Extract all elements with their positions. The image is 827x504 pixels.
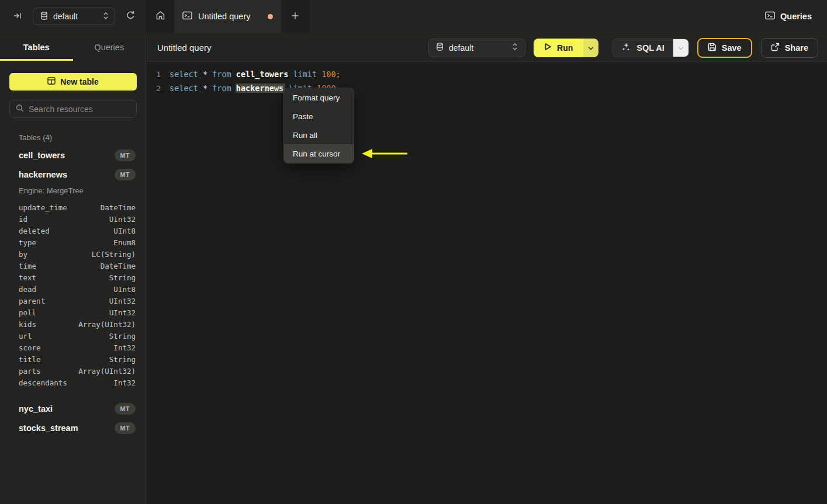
- sidebar: Tables Queries New table Tables (4) cell…: [0, 34, 146, 504]
- editor-context-menu: Format queryPasteRun allRun at cursor: [283, 88, 354, 164]
- column-name: score: [19, 343, 41, 352]
- column-name: poll: [19, 308, 36, 317]
- terminal-icon: [765, 11, 775, 22]
- home-button[interactable]: [146, 0, 174, 33]
- share-button[interactable]: Share: [761, 38, 818, 58]
- tab-strip: Untitled query: [146, 0, 309, 33]
- engine-badge: MT: [115, 169, 136, 180]
- column-name: descendants: [19, 378, 67, 387]
- chevron-updown-icon: [103, 12, 109, 22]
- column-type: Array(UInt32): [78, 367, 136, 376]
- save-button-label: Save: [722, 43, 742, 53]
- code-token: select: [169, 84, 198, 93]
- column-name: update_time: [19, 203, 67, 212]
- column-name: url: [19, 332, 32, 340]
- engine-badge: MT: [115, 422, 136, 434]
- query-database-value: default: [449, 43, 507, 53]
- column-row: kidsArray(UInt32): [0, 318, 146, 330]
- table-row-nyc_taxi[interactable]: nyc_taxiMT: [0, 399, 146, 418]
- database-icon: [40, 12, 48, 22]
- chevron-down-icon: [588, 43, 594, 52]
- engine-badge: MT: [115, 150, 136, 161]
- column-type: String: [109, 273, 136, 282]
- sidebar-tabs: Tables Queries: [0, 34, 146, 61]
- table-name: hackernews: [19, 170, 67, 179]
- line-number: 1: [147, 70, 161, 79]
- search-input[interactable]: [29, 105, 130, 114]
- column-row: deletedUInt8: [0, 225, 146, 237]
- sql-editor[interactable]: 1select * from cell_towers limit 100;2se…: [147, 62, 827, 95]
- column-name: id: [19, 215, 27, 224]
- sql-ai-button[interactable]: SQL AI: [613, 39, 673, 57]
- column-type: Int32: [113, 343, 136, 352]
- column-name: dead: [19, 285, 36, 294]
- column-type: String: [109, 355, 136, 364]
- table-row-hackernews[interactable]: hackernewsMT: [0, 165, 146, 184]
- tab-untitled-query[interactable]: Untitled query: [174, 0, 281, 33]
- column-name: type: [19, 238, 36, 247]
- refresh-button[interactable]: [123, 8, 138, 25]
- code-token: [207, 84, 212, 93]
- column-type: Int32: [113, 378, 136, 387]
- code-token: [198, 84, 203, 93]
- menu-item-run-at-cursor[interactable]: Run at cursor: [284, 144, 354, 163]
- column-type: UInt32: [109, 308, 136, 317]
- column-row: urlString: [0, 330, 146, 342]
- topbar-left: default: [0, 0, 146, 33]
- column-type: UInt32: [109, 297, 136, 305]
- column-name: parts: [19, 367, 41, 376]
- chevron-updown-icon: [512, 43, 518, 53]
- new-table-button[interactable]: New table: [9, 73, 137, 91]
- column-row: byLC(String): [0, 248, 146, 260]
- save-button[interactable]: Save: [697, 38, 752, 58]
- table-row-stocks_stream[interactable]: stocks_streamMT: [0, 418, 146, 437]
- query-title: Untitled query: [157, 43, 212, 53]
- run-split-button: Run: [534, 39, 598, 57]
- column-type: LC(String): [92, 250, 136, 259]
- new-table-label: New table: [60, 77, 98, 86]
- sidebar-collapse-button[interactable]: [11, 9, 25, 25]
- play-icon: [544, 43, 552, 53]
- sql-ai-options-button[interactable]: [673, 39, 688, 57]
- table-row-cell_towers[interactable]: cell_towersMT: [0, 145, 146, 165]
- run-options-button[interactable]: [583, 39, 598, 57]
- column-type: Enum8: [113, 238, 136, 247]
- code-token: 100;: [321, 69, 341, 79]
- code-line: 2select * from hackernews limit 1000: [147, 81, 827, 95]
- column-row: update_timeDateTime: [0, 201, 146, 213]
- column-row: scoreInt32: [0, 342, 146, 353]
- share-button-label: Share: [785, 43, 808, 53]
- table-name: cell_towers: [19, 151, 65, 160]
- run-button[interactable]: Run: [534, 39, 583, 57]
- column-name: title: [19, 355, 41, 364]
- sidebar-tab-tables[interactable]: Tables: [0, 34, 73, 61]
- refresh-icon: [126, 11, 136, 22]
- column-type: DateTime: [101, 262, 136, 270]
- query-database-select[interactable]: default: [428, 39, 525, 57]
- menu-item-paste[interactable]: Paste: [284, 107, 354, 126]
- topbar-database-select[interactable]: default: [33, 8, 115, 25]
- menu-item-run-all[interactable]: Run all: [284, 126, 354, 144]
- code-token: [198, 69, 203, 79]
- column-row: timeDateTime: [0, 260, 146, 272]
- top-bar: default: [0, 0, 827, 33]
- database-icon: [436, 43, 444, 53]
- column-row: textString: [0, 272, 146, 283]
- search-icon: [16, 104, 24, 114]
- home-icon: [155, 11, 165, 22]
- code-token: select: [169, 69, 198, 79]
- sidebar-tab-queries[interactable]: Queries: [73, 34, 146, 61]
- code-token: *: [203, 84, 207, 93]
- column-type: DateTime: [101, 203, 136, 212]
- code-text: select * from cell_towers limit 100;: [169, 69, 341, 79]
- column-row: parentUInt32: [0, 295, 146, 307]
- main-area: Untitled query default: [147, 34, 827, 504]
- new-tab-button[interactable]: [281, 0, 309, 33]
- column-name: by: [19, 250, 27, 259]
- tables-section-label: Tables (4): [19, 133, 136, 142]
- column-list: update_timeDateTimeidUInt32deletedUInt8t…: [0, 198, 146, 393]
- queries-button[interactable]: Queries: [765, 11, 812, 22]
- column-row: descendantsInt32: [0, 377, 146, 388]
- code-token: [231, 84, 236, 93]
- menu-item-format-query[interactable]: Format query: [284, 88, 354, 107]
